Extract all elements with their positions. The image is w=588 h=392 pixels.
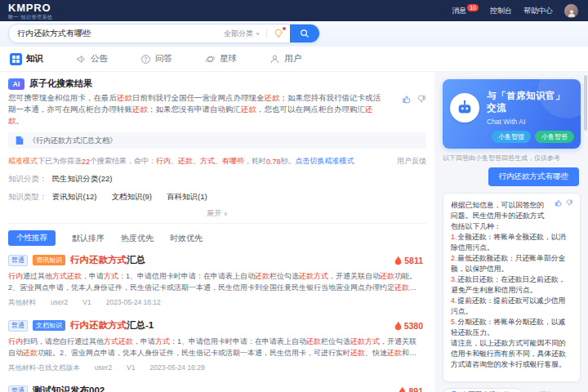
chat-sidebar: 与「首席知识官」交流 Chat With AI 小鱼智搜 小鱼智答 以下回答由小… (434, 72, 588, 392)
filter-category-value[interactable]: 民生知识分类(22) (52, 174, 113, 185)
result-title[interactable]: 测试知识发布002 (33, 385, 105, 392)
user-feedback-link[interactable]: 用户反馈 (397, 156, 426, 167)
answer-list-item: 2.最低还款额还款：只还账单部分金额，以保护信用。 (451, 253, 572, 274)
search-button[interactable] (290, 24, 319, 42)
source-row: 中国民生银行信... +4 更多 (443, 388, 581, 392)
console-link[interactable]: 控制台 (490, 6, 512, 16)
chat-card-title: 与「首席知识官」交流 (487, 90, 572, 114)
filter-type-options: 资讯知识(12)文档知识(9)百科知识(1) (52, 192, 207, 203)
content: AI 原子化搜索结果 您可携带现金和信用卡，在最后还款日前到我行全国任一营业网点… (0, 72, 588, 392)
filter-row-type: 知识类型： 资讯知识(12)文档知识(9)百科知识(1) (8, 192, 426, 203)
precise-mode-label[interactable]: 精准模式 (8, 156, 38, 167)
tab-label: 问答 (155, 53, 172, 65)
level-badge: 普通 (8, 385, 28, 392)
smart-answer-pill[interactable]: 小鱼智答 (535, 131, 574, 143)
user-avatar[interactable] (564, 4, 578, 18)
tab-qa[interactable]: 问答 (140, 53, 172, 65)
robot-icon (456, 99, 474, 117)
thumbs-up-icon[interactable] (402, 95, 411, 104)
notification-dot (283, 27, 286, 30)
answer-feedback-actions (555, 199, 573, 207)
sort-tab[interactable]: 默认排序 (72, 233, 105, 244)
answer-list-item: 5.分期还款：将账单分期还款，以减轻还款压力。 (451, 317, 572, 338)
divider (266, 29, 267, 38)
sort-tab[interactable]: 时效优先 (170, 233, 203, 244)
planet-icon (205, 54, 216, 65)
answer-list-item: 4.提前还款：提前还款可以减少信用污点。 (451, 296, 572, 317)
thumbs-up-icon[interactable] (555, 199, 562, 207)
ai-badge: AI (8, 78, 24, 90)
kmpro-logo[interactable]: KMPRO 唯一·知识管理系统 (8, 2, 53, 20)
messages-label: 消息 (452, 7, 466, 15)
sort-tab[interactable]: 个性推荐 (8, 230, 56, 246)
type-badge: 文档知识 (33, 320, 65, 331)
user-icon (270, 54, 280, 65)
megaphone-icon (76, 54, 87, 65)
tab-label: 知识 (26, 53, 43, 65)
help-center-link[interactable]: 帮助中心 (523, 6, 553, 16)
ai-summary-body: 您可携带现金和信用卡，在最后还款日前到我行全国任一营业网点办理现金还款；如果您持… (8, 92, 426, 127)
chevron-down-icon: ∨ (256, 31, 260, 36)
result-title[interactable]: 行内还款方式汇总-1 (70, 319, 154, 332)
lightbulb-icon[interactable] (274, 29, 283, 38)
person-icon (567, 8, 577, 18)
filter-type-option[interactable]: 资讯知识(12) (52, 192, 97, 203)
answer-outro: 请注意，以上还款方式可能因不同的信用卡和银行而有所不同，具体还款方式请咨询您的发… (451, 338, 572, 370)
heat-count: 891 (399, 386, 423, 392)
result-header: 普通测试知识发布002891 (8, 385, 426, 392)
ai-answer-bubble: 根据已知信息，可以回答您的问题。民生信用卡的还款方式包括以下几种： 1.全额还款… (443, 193, 581, 382)
smart-search-pill[interactable]: 小鱼智搜 (492, 131, 531, 143)
switch-mode-link[interactable]: 点击切换精准模式 (296, 156, 354, 167)
tab-planet[interactable]: 星球 (205, 53, 237, 65)
tab-knowledge[interactable]: 知识 (10, 53, 43, 65)
chat-ai-card[interactable]: 与「首席知识官」交流 Chat With AI 小鱼智搜 小鱼智答 (443, 79, 581, 149)
flame-icon (394, 321, 402, 331)
flame-icon (399, 386, 406, 392)
kmpro-app: KMPRO 唯一·知识管理系统 消息10 控制台 帮助中心 全部分类 ∨ (0, 0, 588, 392)
result-meta: 其他材料user2V12023-05-24 16:12 (8, 298, 426, 308)
sort-bar: 个性推荐默认排序热度优先时效优先 (8, 230, 426, 246)
thumbs-down-icon[interactable] (566, 199, 573, 207)
doc-link-box[interactable]: 《行内还款方式汇总文档》 (8, 132, 426, 149)
category-selector[interactable]: 全部分类 ∨ (224, 29, 260, 39)
elapsed-time: 0.78 (266, 158, 281, 166)
question-icon (140, 54, 151, 65)
heat-count: 5380 (394, 321, 423, 331)
flame-icon (394, 256, 402, 265)
ai-summary-header: AI 原子化搜索结果 (8, 78, 426, 90)
level-badge: 普通 (8, 255, 28, 266)
search-result-item: 普通资讯知识行内还款方式汇总5811行内通过其他方式还款，申请方式：1、申请信用… (8, 254, 426, 308)
heat-count: 5811 (394, 256, 423, 265)
sort-tab[interactable]: 热度优先 (121, 233, 154, 244)
expand-toggle[interactable]: 展开 ∨ (8, 208, 426, 219)
module-tabs: 知识 公告 问答 星球 用户 (0, 47, 588, 72)
robot-avatar (450, 93, 479, 122)
filter-row-category: 知识分类： 民生知识分类(22) (8, 174, 426, 185)
tab-users[interactable]: 用户 (270, 53, 301, 65)
filter-type-option[interactable]: 文档知识(9) (111, 192, 152, 203)
user-question-bubble[interactable]: 行内还款方式有哪些 (488, 167, 580, 186)
level-badge: 普通 (8, 320, 28, 332)
ai-feedback-actions (394, 92, 426, 127)
logo-tagline: 唯一·知识管理系统 (8, 15, 53, 20)
search-results-panel: AI 原子化搜索结果 您可携带现金和信用卡，在最后还款日前到我行全国任一营业网点… (0, 72, 434, 392)
search-mode-bar: 精准模式 下已为你筛选 22 个搜索结果，命中： 行内、还款、方式、有哪些 ，耗… (8, 156, 426, 167)
hit-keywords: 行内、还款、方式、有哪些 (156, 156, 244, 167)
search-section: 全部分类 ∨ (0, 21, 588, 47)
messages-link[interactable]: 消息10 (452, 6, 479, 16)
filter-type-option[interactable]: 百科知识(1) (167, 192, 207, 203)
category-label: 全部分类 (224, 29, 253, 39)
filter-label: 知识类型： (8, 192, 47, 203)
chat-card-subtitle: Chat With AI (487, 118, 572, 126)
tab-announcement[interactable]: 公告 (76, 53, 108, 65)
result-title[interactable]: 行内还款方式汇总 (70, 254, 145, 266)
result-snippet: 行内通过其他方式还款，申请方式：1、申请信用卡时申请：在申请表上自动还款栏位勾选… (8, 270, 426, 293)
answer-list-item: 3.还款日还款：在还款日之前还款，避免产生利息和信用污点。 (451, 274, 572, 296)
search-input[interactable] (9, 29, 224, 38)
thumbs-down-icon[interactable] (417, 95, 426, 104)
source-tag[interactable]: 中国民生银行信... (443, 388, 523, 392)
result-snippet: 行内扫码，请您自行通过其他方式还款，申请方式：1、申请信用卡时申请：在申请表上自… (8, 336, 426, 359)
scrollbar[interactable] (584, 75, 587, 131)
answer-list-item: 1.全额还款：将账单全额还款，以消除信用污点。 (451, 232, 572, 253)
topbar: KMPRO 唯一·知识管理系统 消息10 控制台 帮助中心 (0, 0, 588, 21)
